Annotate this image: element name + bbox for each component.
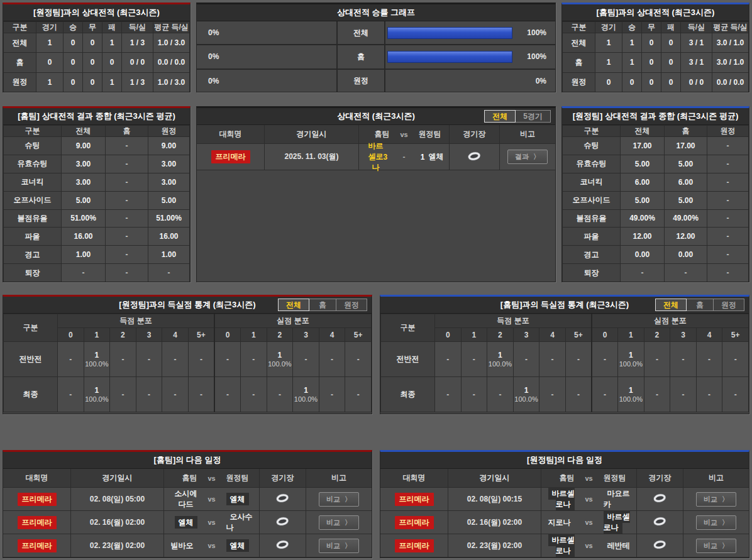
stat-value: 0	[595, 72, 622, 92]
stat-value: -	[707, 191, 749, 209]
tab-all[interactable]: 전체	[278, 299, 309, 311]
note-cell: 비교〉	[683, 534, 749, 557]
header-note: 비고	[500, 125, 555, 143]
column-header: 평균 득/실	[712, 22, 749, 33]
chevron-right-icon: 〉	[533, 152, 540, 162]
score-column-header: 5+	[188, 328, 214, 342]
distribution-cell: -	[319, 377, 345, 412]
stat-value: -	[106, 209, 148, 228]
away-goal-stats-tabs: 전체홈원정	[279, 299, 367, 311]
note-button[interactable]: 비교〉	[319, 515, 359, 530]
stat-value: 0	[83, 33, 102, 53]
bar-area: 100%	[385, 27, 555, 39]
teams-cell: 소시에다드vs엘체	[164, 488, 260, 510]
tab-away[interactable]: 원정	[713, 299, 744, 311]
note-button[interactable]: 결과〉	[507, 150, 548, 164]
header-datetime: 경기일시	[448, 469, 541, 487]
stadium-icon[interactable]	[275, 515, 290, 529]
panel-away-schedule: [원정팀]의 다음 일정 대회명경기일시홈팀vs원정팀경기장비고 프리메라02.…	[380, 450, 749, 558]
header-vs: vs	[390, 131, 419, 138]
note-button[interactable]: 비교〉	[696, 492, 736, 507]
dash-value: -	[357, 390, 360, 399]
stadium-icon[interactable]	[652, 515, 667, 529]
header-teams: 홈팀vs원정팀	[541, 469, 637, 487]
note-button[interactable]: 비교〉	[696, 515, 736, 530]
dash-value: -	[656, 390, 658, 399]
vs-label: vs	[197, 542, 226, 549]
note-button[interactable]: 비교〉	[319, 492, 359, 507]
table-body: 슈팅17.0017.00-유효슈팅5.005.00-코너킥6.006.00-오프…	[563, 137, 749, 282]
header-league: 대회명	[197, 125, 265, 143]
score-column-header: 2	[487, 328, 514, 342]
datetime-cell: 02. 23(월) 02:00	[448, 534, 541, 557]
stat-value: 0.00	[621, 246, 665, 264]
teams-cell: 바르셀로나3-1엘체	[359, 144, 450, 170]
stat-value: 1	[595, 33, 622, 53]
tab-all[interactable]: 전체	[655, 299, 687, 311]
percent-value: 100.0%	[84, 395, 110, 403]
percent-value: 100.0%	[618, 395, 644, 403]
stat-value: 1	[36, 33, 64, 53]
table-row: 슈팅9.00-9.00	[4, 137, 190, 155]
stat-value: 0.00	[665, 246, 707, 264]
conceded-group-header: 실점 분포	[592, 314, 749, 328]
stat-value: -	[62, 264, 106, 282]
table-row: 볼점유율51.00%-51.00%	[4, 209, 190, 228]
stat-value: -	[665, 264, 707, 282]
league-badge: 프리메라	[18, 493, 57, 506]
venue-cell	[637, 511, 683, 534]
tab-home[interactable]: 홈	[309, 299, 336, 311]
tab-home[interactable]: 홈	[686, 299, 714, 311]
stat-value: 16.00	[62, 228, 106, 246]
stat-value: 5.00	[621, 155, 665, 173]
column-header: 전체	[621, 126, 665, 137]
table-row: 코너킥6.006.00-	[563, 173, 749, 191]
away-team-name: 엘체	[425, 151, 450, 162]
count-value: 1	[293, 386, 319, 395]
header-datetime: 경기일시	[71, 469, 164, 487]
note-button[interactable]: 비교〉	[319, 539, 359, 553]
league-cell: 프리메라	[3, 534, 71, 557]
stat-value: 3.00	[148, 155, 190, 173]
away-team-label: 마요르카	[604, 487, 630, 510]
note-button[interactable]: 비교〉	[696, 539, 736, 553]
home-team-name: 소시에다드	[164, 488, 197, 510]
dash-value: -	[446, 355, 449, 364]
row-label: 홈	[4, 53, 36, 72]
row-label: 경고	[563, 246, 621, 264]
note-cell: 비교〉	[683, 511, 749, 534]
distribution-cell: -	[345, 377, 372, 412]
panel-title: 상대전적 승률 그래프	[197, 4, 555, 21]
tab-5games[interactable]: 5경기	[515, 110, 551, 123]
teams-wrap: 홈팀vs원정팀	[541, 473, 636, 483]
tab-all[interactable]: 전체	[484, 110, 516, 123]
stadium-icon[interactable]	[652, 539, 667, 552]
stadium-icon[interactable]	[652, 492, 667, 506]
home-team-label: 바르셀로나	[548, 534, 575, 557]
panel-home-schedule: [홈팀]의 다음 일정 대회명경기일시홈팀vs원정팀경기장비고 프리메라02. …	[3, 450, 372, 558]
dash-value: -	[708, 390, 711, 399]
away-team-label: 엘체	[226, 539, 249, 552]
stat-value: 12.00	[665, 228, 707, 246]
column-header: 원정	[148, 126, 190, 137]
left-percent-label: 0%	[197, 77, 336, 85]
league-badge: 프리메라	[18, 516, 57, 529]
stadium-icon[interactable]	[467, 150, 482, 164]
league-cell: 프리메라	[197, 144, 265, 170]
score-column-header: 5+	[345, 328, 372, 342]
stat-value: 6.00	[665, 173, 707, 191]
tab-away[interactable]: 원정	[336, 299, 367, 311]
dash-value: -	[473, 390, 475, 399]
datetime-cell: 2025. 11. 03(월)	[265, 144, 359, 170]
stat-value: 9.00	[62, 137, 106, 155]
stadium-icon[interactable]	[275, 539, 290, 552]
venue-cell	[450, 144, 500, 170]
table-body: 전반전--1100.0%----1100.0%----최종---1100.0%-…	[381, 342, 749, 412]
stat-value: -	[106, 155, 148, 173]
stat-value: -	[707, 137, 749, 155]
column-header: 홈	[665, 126, 707, 137]
stat-value: -	[707, 228, 749, 246]
header-vs: vs	[197, 475, 226, 482]
stat-value: 0 / 0	[681, 72, 712, 92]
stadium-icon[interactable]	[275, 492, 290, 506]
